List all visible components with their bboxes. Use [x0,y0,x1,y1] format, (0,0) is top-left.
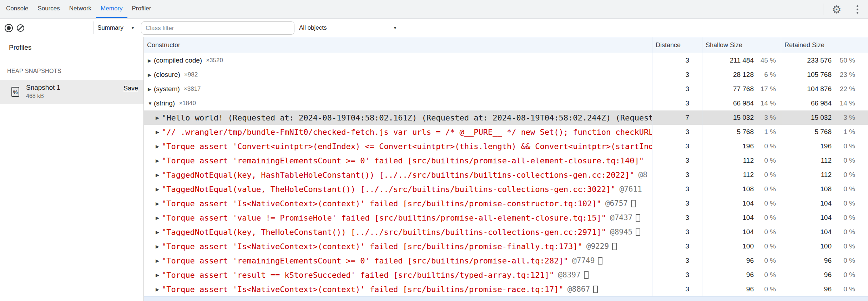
grid-rows: ▶ (compiled code) ×3520 3 211 484 45 % 2… [144,53,868,296]
shallow-size-value: 96 [746,271,754,279]
expand-arrow-icon[interactable]: ▼ [148,101,154,106]
table-row[interactable]: ▶ (closure) ×982 3 28 128 6 % 105 768 23… [144,68,868,82]
devtools-tab-bar: Console Sources Network Memory Profiler … [0,0,868,19]
distance-value: 3 [685,242,689,250]
table-row[interactable]: ▼ (string) ×1840 3 66 984 14 % 66 984 14… [144,96,868,110]
retained-size-cell: 96 0 % [781,253,868,268]
table-row[interactable]: ▶ "// .wrangler/tmp/bundle-FmNIt0/checke… [144,125,868,139]
table-row[interactable]: ▶ (compiled code) ×3520 3 211 484 45 % 2… [144,53,868,68]
toolbar-divider [93,21,94,34]
table-row[interactable]: ▶ "Torque assert 'value != PromiseHole' … [144,211,868,225]
table-row[interactable]: ▶ "Torque assert 'Is<NativeContext>(cont… [144,196,868,211]
retained-size-percent: 50 % [832,56,855,64]
tabbar-divider [823,4,823,15]
save-snapshot-link[interactable]: Save [123,85,138,92]
shallow-size-value: 77 768 [733,85,754,93]
retained-size-percent: 0 % [832,199,855,207]
objects-scope-select[interactable]: All objects ▼ [299,19,397,37]
distance-value: 3 [685,199,689,207]
distance-cell: 3 [652,68,702,82]
tab-profiler[interactable]: Profiler [127,0,156,18]
expand-arrow-icon[interactable]: ▶ [156,129,162,135]
table-row[interactable]: ▶ (system) ×3817 3 77 768 17 % 104 876 2… [144,82,868,96]
retained-size-cell: 66 984 14 % [781,96,868,110]
table-row[interactable]: ▶ "Torque assert 'Is<NativeContext>(cont… [144,239,868,253]
column-header-distance[interactable]: Distance [652,37,702,53]
constructor-label: "Torque assert 'Convert<uintptr>(endInde… [162,142,652,151]
expand-arrow-icon[interactable]: ▶ [156,144,162,149]
expand-arrow-icon[interactable]: ▶ [156,158,162,163]
table-row[interactable]: ▶ "TaggedNotEqual(key, TheHoleConstant()… [144,225,868,239]
retained-size-value: 112 [821,157,832,164]
constructor-label: (compiled code) [154,56,202,64]
retained-size-value: 104 [820,228,832,236]
constructor-cell: ▶ (closure) ×982 [144,68,652,82]
column-header-shallow-size[interactable]: Shallow Size [702,37,781,53]
clear-profiles-button[interactable] [17,24,24,32]
expand-arrow-icon[interactable]: ▶ [156,172,162,178]
expand-arrow-icon[interactable]: ▶ [156,215,162,221]
retained-size-value: 108 [820,185,832,193]
shallow-size-percent: 14 % [754,99,776,107]
retained-size-cell: 96 0 % [781,282,868,296]
expand-arrow-icon[interactable]: ▶ [148,72,154,78]
shallow-size-cell: 108 0 % [702,182,781,196]
constructor-cell: ▶ "Torque assert 'Is<NativeContext>(cont… [144,239,652,253]
shallow-size-cell: 104 0 % [702,211,781,225]
snapshot-name: Snapshot 1 [26,84,60,92]
shallow-size-cell: 100 0 % [702,239,781,253]
distance-value: 3 [685,185,689,193]
record-heap-snapshot-button[interactable] [5,24,13,32]
tab-console[interactable]: Console [1,0,33,18]
constructor-cell: ▶ "TaggedNotEqual(key, HashTableHoleCons… [144,168,652,182]
retained-size-percent: 0 % [832,142,855,150]
expand-arrow-icon[interactable]: ▶ [156,287,162,292]
snapshot-item[interactable]: % Snapshot 1 468 kB Save [0,80,143,104]
table-row[interactable]: ▶ "Hello world! (Requested at: 2024-08-1… [144,110,868,125]
more-options-icon[interactable] [852,0,862,19]
table-row[interactable]: ▶ "Torque assert 'result == kStoreSucced… [144,268,868,282]
retained-size-percent: 0 % [832,242,855,250]
settings-gear-icon[interactable]: ⚙ [829,0,844,19]
expand-arrow-icon[interactable]: ▶ [156,115,162,120]
retained-size-cell: 233 576 50 % [781,53,868,68]
tab-sources[interactable]: Sources [33,0,64,18]
shallow-size-cell: 28 128 6 % [702,68,781,82]
column-header-retained-size[interactable]: Retained Size [781,37,868,53]
tab-memory[interactable]: Memory [96,0,127,18]
tab-network[interactable]: Network [65,0,96,18]
expand-arrow-icon[interactable]: ▶ [156,258,162,263]
expand-arrow-icon[interactable]: ▶ [156,244,162,249]
object-id: @9229 [586,242,609,251]
constructor-cell: ▶ "// .wrangler/tmp/bundle-FmNIt0/checke… [144,125,652,139]
expand-arrow-icon[interactable]: ▶ [148,58,154,63]
constructor-label: "TaggedNotEqual(key, TheHoleConstant()) … [162,228,606,237]
retained-size-value: 104 [820,199,832,207]
expand-arrow-icon[interactable]: ▶ [148,87,154,92]
expand-arrow-icon[interactable]: ▶ [156,272,162,278]
table-row[interactable]: ▶ "Torque assert 'Convert<uintptr>(endIn… [144,139,868,153]
retained-size-percent: 0 % [832,257,855,265]
shallow-size-cell: 15 032 3 % [702,110,781,125]
shallow-size-value: 96 [746,285,754,293]
shallow-size-value: 196 [742,142,754,150]
distance-value: 3 [685,228,689,236]
distance-cell: 3 [652,139,702,153]
table-row[interactable]: ▶ "Torque assert 'remainingElementsCount… [144,253,868,268]
column-header-constructor[interactable]: Constructor [144,37,652,53]
table-row[interactable]: ▶ "Torque assert 'Is<NativeContext>(cont… [144,282,868,296]
class-filter-input[interactable] [141,21,294,35]
shallow-size-value: 108 [742,185,754,193]
table-row[interactable]: ▶ "TaggedNotEqual(key, HashTableHoleCons… [144,168,868,182]
table-row[interactable]: ▶ "Torque assert 'remainingElementsCount… [144,153,868,168]
table-row[interactable]: ▶ "TaggedNotEqual(value, TheHoleConstant… [144,182,868,196]
shallow-size-value: 100 [742,242,754,250]
expand-arrow-icon[interactable]: ▶ [156,187,162,192]
perspective-select[interactable]: Summary ▼ [97,19,144,37]
retained-size-percent: 3 % [832,114,855,122]
distance-cell: 3 [652,82,702,96]
missing-glyph-box [612,243,617,250]
constructor-cell: ▶ "Torque assert 'Convert<uintptr>(endIn… [144,139,652,153]
expand-arrow-icon[interactable]: ▶ [156,230,162,235]
expand-arrow-icon[interactable]: ▶ [156,201,162,206]
